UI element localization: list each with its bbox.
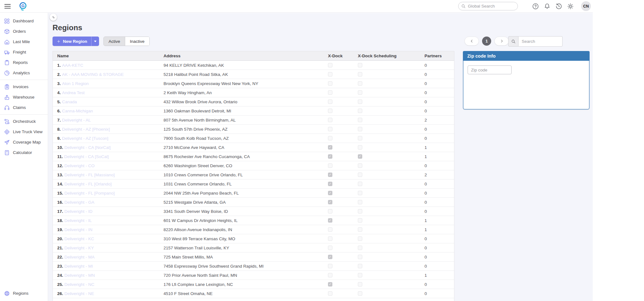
region-name-link[interactable]: Deliveright - CA [NorCal] [64,145,111,150]
table-search-button[interactable] [508,36,519,47]
sidebar-item-analytics[interactable]: Analytics [0,68,48,78]
xdock-scheduling-checkbox[interactable] [358,154,362,159]
region-name-link[interactable]: Canna-Michigan [62,109,93,113]
sidebar-item-live-truck-view[interactable]: Live Truck View [0,127,48,137]
sidebar-item-orchestruck[interactable]: Orchestruck [0,116,48,127]
xdock-scheduling-checkbox[interactable] [358,81,362,86]
history-icon[interactable] [555,3,562,10]
region-name-link[interactable]: Deliveright - MI [64,264,93,269]
xdock-scheduling-checkbox[interactable] [358,163,362,168]
xdock-scheduling-checkbox[interactable] [358,99,362,104]
region-name-link[interactable]: Deliveright - FL [Pompano] [64,191,115,196]
xdock-checkbox[interactable] [328,182,332,186]
xdock-scheduling-checkbox[interactable] [358,291,362,296]
region-name-link[interactable]: Deliveright - AZ [Phoenix] [62,127,110,132]
sidebar-item-reports[interactable]: Reports [0,57,48,68]
xdock-scheduling-checkbox[interactable] [358,227,362,232]
region-name-link[interactable]: Andrea Test [62,90,85,95]
region-name-link[interactable]: Deliveright - IL [64,218,92,223]
new-region-dropdown-button[interactable] [91,37,99,46]
region-name-link[interactable]: Deliveright - ID [64,209,92,214]
sidebar-item-invoices[interactable]: Invoices [0,82,48,92]
sidebar-item-coverage-map[interactable]: Coverage Map [0,137,48,147]
xdock-checkbox[interactable] [328,227,332,232]
region-name-link[interactable]: Deliveright - AZ [Tuscon] [62,136,108,141]
xdock-checkbox[interactable] [328,273,332,277]
xdock-checkbox[interactable] [328,264,332,268]
xdock-checkbox[interactable] [328,127,332,131]
xdock-scheduling-checkbox[interactable] [358,173,362,177]
xdock-scheduling-checkbox[interactable] [358,236,362,241]
sidebar-item-regions[interactable]: Regions [0,288,48,298]
region-name-link[interactable]: Canada [62,99,77,104]
sidebar-item-calculator[interactable]: Calculator [0,147,48,158]
xdock-scheduling-checkbox[interactable] [358,200,362,204]
xdock-scheduling-checkbox[interactable] [358,191,362,195]
xdock-checkbox[interactable] [328,72,332,77]
xdock-checkbox[interactable] [328,218,332,223]
xdock-scheduling-checkbox[interactable] [358,136,362,140]
xdock-checkbox[interactable] [328,282,332,287]
help-icon[interactable] [532,3,539,10]
region-name-link[interactable]: Deliveright - GA [64,200,94,205]
xdock-checkbox[interactable] [328,118,332,122]
region-name-link[interactable]: Deliveright - IN [64,227,92,232]
region-name-link[interactable]: Deliveright - AL [62,118,91,122]
xdock-checkbox[interactable] [328,291,332,296]
xdock-checkbox[interactable] [328,236,332,241]
region-name-link[interactable]: AAA-KETC [62,63,83,68]
xdock-checkbox[interactable] [328,81,332,86]
xdock-scheduling-checkbox[interactable] [358,273,362,277]
global-search-input[interactable] [458,2,518,10]
sidebar-item-dashboard[interactable]: Dashboard [0,16,48,26]
xdock-scheduling-checkbox[interactable] [358,182,362,186]
table-search-input[interactable] [519,36,563,47]
xdock-checkbox[interactable] [328,246,332,250]
xdock-scheduling-checkbox[interactable] [358,209,362,213]
xdock-checkbox[interactable] [328,209,332,213]
current-page-button[interactable]: 1 [482,37,491,46]
xdock-checkbox[interactable] [328,173,332,177]
xdock-scheduling-checkbox[interactable] [358,145,362,150]
region-name-link[interactable]: Deliveright - CO [64,163,95,168]
xdock-scheduling-checkbox[interactable] [358,72,362,77]
xdock-scheduling-checkbox[interactable] [358,118,362,122]
sidebar-item-warehouse[interactable]: Warehouse [0,92,48,102]
region-name-link[interactable]: Alon 1 Region [62,81,89,86]
xdock-checkbox[interactable] [328,163,332,168]
sidebar-item-last-mile[interactable]: Last Mile [0,37,48,47]
region-name-link[interactable]: Deliveright - MN [64,273,95,278]
xdock-checkbox[interactable] [328,109,332,113]
xdock-scheduling-checkbox[interactable] [358,218,362,223]
xdock-scheduling-checkbox[interactable] [358,246,362,250]
prev-page-button[interactable] [464,37,479,46]
xdock-checkbox[interactable] [328,63,332,67]
avatar[interactable]: CN [581,1,591,11]
gear-icon[interactable] [567,3,574,10]
bell-icon[interactable] [544,3,551,10]
collapse-sidebar-button[interactable] [50,14,57,21]
xdock-scheduling-checkbox[interactable] [358,90,362,95]
xdock-checkbox[interactable] [328,191,332,195]
xdock-checkbox[interactable] [328,200,332,204]
new-region-button[interactable]: New Region [53,37,99,46]
region-name-link[interactable]: Deliveright - FL [Orlando] [64,182,112,186]
sidebar-item-claims[interactable]: Claims [0,102,48,113]
region-name-link[interactable]: Deliveright - FL [Massiano] [64,173,115,177]
xdock-scheduling-checkbox[interactable] [358,264,362,268]
region-name-link[interactable]: Deliveright - NE [64,291,94,296]
sidebar-item-orders[interactable]: Orders [0,26,48,37]
xdock-scheduling-checkbox[interactable] [358,282,362,287]
xdock-checkbox[interactable] [328,255,332,259]
xdock-scheduling-checkbox[interactable] [358,127,362,131]
xdock-scheduling-checkbox[interactable] [358,109,362,113]
xdock-checkbox[interactable] [328,90,332,95]
region-name-link[interactable]: Deliveright - CA [SoCal] [64,154,109,159]
xdock-checkbox[interactable] [328,99,332,104]
region-name-link[interactable]: AK - AAA MOVING & STORAGE [62,72,124,77]
hamburger-menu-icon[interactable] [4,3,12,10]
xdock-checkbox[interactable] [328,154,332,159]
xdock-checkbox[interactable] [328,145,332,150]
region-name-link[interactable]: Deliveright - KC [64,236,94,241]
sidebar-item-freight[interactable]: Freight [0,47,48,57]
